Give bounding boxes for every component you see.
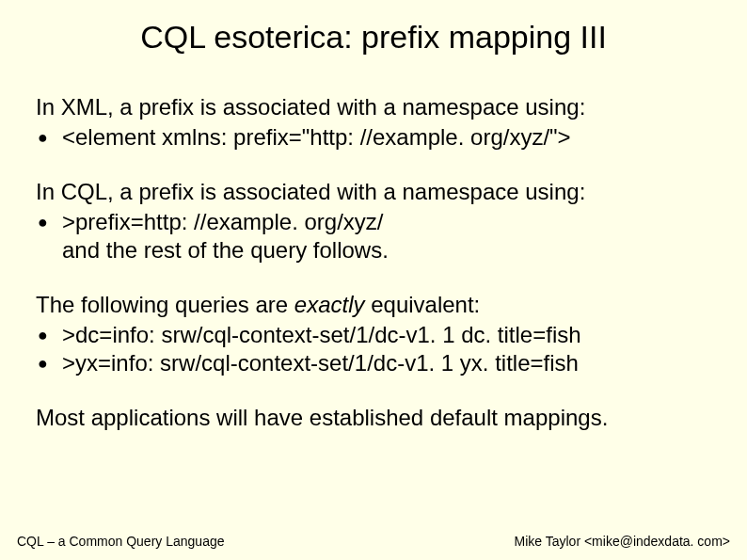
section-lead: The following queries are exactly equiva… [36, 291, 711, 319]
bullet-item: ● >dc=info: srw/cql-context-set/1/dc-v1.… [36, 321, 711, 349]
footer-right: Mike Taylor <mike@indexdata. com> [515, 534, 731, 549]
lead-pre: The following queries are [36, 292, 294, 317]
bullet-icon: ● [36, 321, 62, 349]
bullet-icon: ● [36, 349, 62, 377]
section-lead: In CQL, a prefix is associated with a na… [36, 178, 711, 206]
section-lead: Most applications will have established … [36, 404, 711, 432]
bullet-icon: ● [36, 208, 62, 236]
lead-emphasis: exactly [294, 292, 365, 317]
bullet-text: >prefix=http: //example. org/xyz/ and th… [62, 208, 711, 264]
section-equivalent: The following queries are exactly equiva… [36, 291, 711, 377]
footer-left: CQL – a Common Query Language [17, 534, 225, 549]
section-closing: Most applications will have established … [36, 404, 711, 432]
bullet-item: ● <element xmlns: prefix="http: //exampl… [36, 123, 711, 152]
lead-post: equivalent: [365, 292, 481, 317]
slide: CQL esoterica: prefix mapping III In XML… [0, 0, 747, 560]
bullet-text: <element xmlns: prefix="http: //example.… [62, 123, 711, 152]
footer: CQL – a Common Query Language Mike Taylo… [0, 534, 747, 549]
bullet-item: ● >yx=info: srw/cql-context-set/1/dc-v1.… [36, 349, 711, 377]
slide-title: CQL esoterica: prefix mapping III [36, 19, 711, 56]
section-lead: In XML, a prefix is associated with a na… [36, 93, 711, 121]
bullet-item: ● >prefix=http: //example. org/xyz/ and … [36, 208, 711, 264]
bullet-icon: ● [36, 123, 62, 152]
bullet-text: >yx=info: srw/cql-context-set/1/dc-v1. 1… [62, 349, 711, 377]
section-xml: In XML, a prefix is associated with a na… [36, 93, 711, 152]
section-cql: In CQL, a prefix is associated with a na… [36, 178, 711, 264]
bullet-text: >dc=info: srw/cql-context-set/1/dc-v1. 1… [62, 321, 711, 349]
